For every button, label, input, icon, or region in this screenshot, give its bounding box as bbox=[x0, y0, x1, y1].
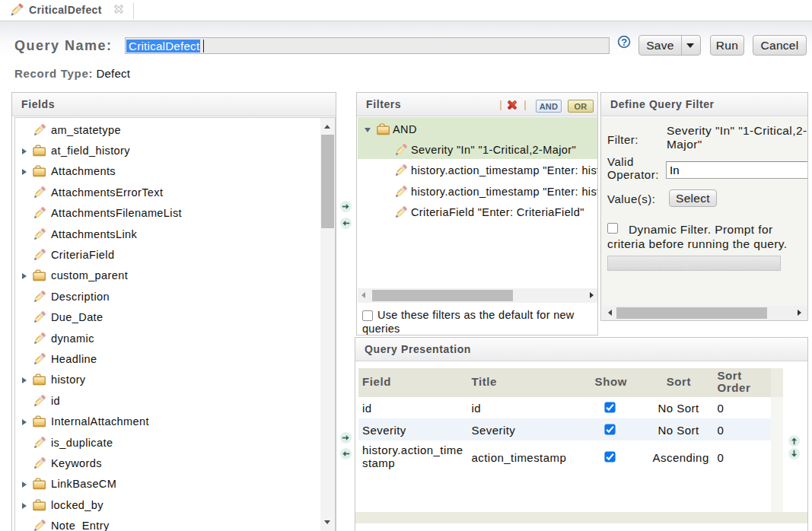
svg-text:?: ? bbox=[621, 37, 627, 48]
